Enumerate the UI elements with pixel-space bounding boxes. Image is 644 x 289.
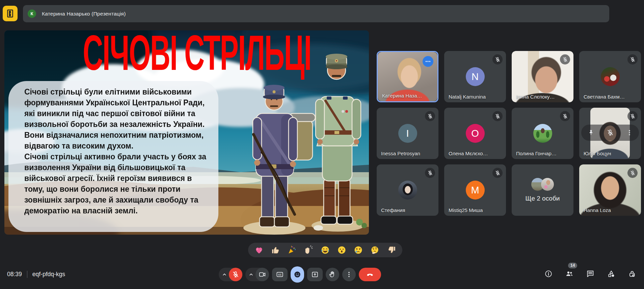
more-vert-icon — [626, 129, 633, 136]
mic-off-badge — [560, 111, 570, 121]
participant-avatar: N — [466, 67, 485, 86]
hand-icon — [329, 271, 336, 278]
participant-grid: Катерина Наза…NNatalj KamuninaІрина Слєп… — [377, 51, 641, 216]
panel-chat-button[interactable] — [586, 267, 595, 281]
people-icon — [565, 270, 573, 278]
control-more-options-button[interactable] — [342, 268, 356, 281]
control-mic-group — [219, 268, 242, 281]
panel-host-controls-button[interactable] — [628, 267, 637, 281]
mic-off-icon — [562, 113, 568, 119]
reaction-thumbs-up[interactable] — [270, 245, 281, 256]
app-logo[interactable] — [3, 6, 18, 21]
mic-off-icon — [630, 113, 636, 119]
smile-icon — [294, 271, 301, 278]
participant-tile[interactable]: Светлана Бахм… — [579, 51, 641, 102]
participant-name: Hanna Loza — [584, 207, 611, 213]
shared-presentation: СІЧОВІ СТРІЛЬЦІ Січові стрільці були елі… — [4, 30, 369, 235]
participant-tile[interactable]: Катерина Наза… — [377, 51, 438, 102]
control-reactions-button[interactable] — [291, 266, 304, 283]
mic-off-badge — [492, 168, 503, 178]
mic-off-badge — [492, 111, 503, 121]
participant-avatar — [398, 181, 417, 200]
participant-tile[interactable]: Стефания — [377, 164, 438, 216]
mic-off-badge — [425, 168, 435, 178]
panel-buttons: 14 — [544, 267, 637, 281]
pin-icon — [587, 129, 595, 136]
control-camera-chevron[interactable] — [245, 268, 256, 281]
participant-tile[interactable]: IInessa Petrosyan — [377, 108, 438, 159]
participant-tile[interactable]: Ірина Слєпоку… — [512, 51, 573, 102]
reaction-thumbs-down[interactable] — [386, 245, 397, 256]
mic-off-indicator — [607, 129, 614, 136]
reaction-sparkling-heart[interactable] — [253, 245, 264, 256]
presenter-avatar: К — [28, 9, 36, 18]
participant-avatar — [541, 178, 554, 191]
mic-off-icon — [607, 129, 614, 136]
reaction-party-popper[interactable] — [287, 245, 297, 256]
participant-count-badge: 14 — [568, 263, 577, 268]
panel-people-button[interactable]: 14 — [565, 267, 574, 281]
presenter-banner: К Катерина Назарько (Презентація) — [23, 5, 609, 22]
mic-off-badge — [627, 168, 638, 178]
panel-activities-button[interactable] — [607, 267, 616, 281]
participant-name: Светлана Бахм… — [584, 94, 625, 100]
participant-name: Inessa Petrosyan — [381, 151, 420, 156]
videocam-icon — [259, 271, 266, 278]
reaction-face-tears-of-joy[interactable] — [320, 245, 331, 256]
tile-options-button[interactable] — [423, 56, 433, 67]
control-present-button[interactable] — [307, 268, 323, 281]
control-raise-hand-button[interactable] — [326, 268, 339, 281]
mic-off-badge — [627, 54, 638, 64]
reaction-crying-face[interactable] — [353, 245, 364, 256]
participant-avatar: M — [466, 181, 485, 200]
participant-avatar: О — [466, 124, 485, 143]
participant-avatar — [601, 67, 620, 86]
slide-paragraph-1: Січові стрільці були елітними військовим… — [24, 86, 214, 151]
participant-name: Катерина Наза… — [382, 93, 422, 99]
participant-name: Natalj Kamunina — [449, 94, 486, 100]
call-controls: CC — [219, 266, 381, 283]
participant-tile[interactable]: Ще 2 особи — [512, 164, 573, 216]
control-end-call-button[interactable] — [359, 268, 381, 281]
cc-icon: CC — [276, 271, 284, 278]
mic-off-icon — [232, 271, 239, 278]
participant-tile[interactable]: MMistiq25 Миша — [444, 164, 506, 216]
participant-name: Mistiq25 Миша — [449, 207, 483, 213]
tile-hover-controls — [581, 125, 639, 141]
mic-off-icon — [495, 170, 501, 176]
mic-off-icon — [495, 113, 501, 119]
chat-icon — [586, 270, 594, 278]
reaction-surprised-face[interactable] — [337, 245, 347, 256]
participant-tile[interactable]: ООлена Мєлєхо… — [444, 108, 506, 159]
more-vert-icon — [345, 271, 353, 278]
mic-off-icon — [630, 170, 636, 176]
control-camera-group — [245, 268, 269, 281]
pin-button[interactable] — [587, 129, 595, 136]
mic-off-icon — [630, 57, 636, 62]
participant-tile[interactable]: Hanna Loza — [579, 164, 641, 216]
mic-off-badge — [627, 111, 638, 121]
participant-tile[interactable]: Юлія Боцун — [579, 108, 641, 159]
tile-more-button[interactable] — [626, 129, 633, 136]
control-camera-button[interactable] — [256, 268, 269, 281]
participant-name: Юлія Боцун — [584, 151, 611, 156]
mic-off-badge — [425, 111, 435, 121]
call-end-icon — [366, 271, 374, 278]
reaction-thinking-face[interactable] — [370, 245, 380, 256]
door-icon — [5, 8, 15, 19]
control-mic-chevron[interactable] — [219, 268, 229, 281]
meeting-code: eqf-pfdq-kgs — [32, 271, 65, 278]
control-mic-button[interactable] — [229, 268, 242, 281]
mic-off-icon — [427, 170, 433, 176]
reaction-clapping-hands[interactable] — [303, 245, 314, 256]
more-horiz-icon — [425, 58, 431, 65]
group-avatars — [531, 178, 554, 191]
panel-info-button[interactable] — [544, 267, 553, 281]
chevron-up-icon — [221, 271, 227, 278]
participant-name: Олена Мєлєхо… — [449, 151, 488, 156]
activities-icon — [607, 270, 615, 278]
participant-tile[interactable]: NNatalj Kamunina — [444, 51, 506, 102]
control-captions-button[interactable]: CC — [272, 268, 288, 281]
chevron-up-icon — [248, 271, 254, 278]
participant-tile[interactable]: Полина Гончар… — [512, 108, 573, 159]
